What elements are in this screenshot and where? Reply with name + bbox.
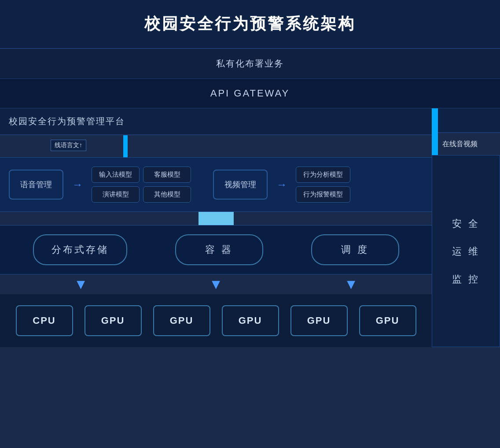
video-model-0: 行为分析模型 bbox=[296, 167, 350, 183]
hardware-gpu-1: GPU bbox=[153, 305, 210, 336]
security-text: 安 全 运 维 监 控 bbox=[452, 211, 479, 291]
online-video-bar-2 bbox=[432, 133, 438, 155]
security-line-0: 安 全 bbox=[452, 211, 479, 236]
platform-right bbox=[432, 108, 500, 133]
hardware-gpu-4: GPU bbox=[359, 305, 416, 336]
hardware-gpu-3: GPU bbox=[290, 305, 348, 336]
private-label: 私有化布署业务 bbox=[216, 59, 284, 68]
hardware-gpu-0: GPU bbox=[85, 305, 142, 336]
security-panel: 安 全 运 维 监 控 bbox=[432, 155, 500, 347]
infra-item-2: 调 度 bbox=[311, 234, 399, 265]
voice-arrow: → bbox=[72, 178, 83, 191]
video-model-1: 行为报警模型 bbox=[296, 186, 350, 203]
voice-model-0: 输入法模型 bbox=[92, 167, 140, 183]
infra-section: 分布式存储 容 器 调 度 bbox=[0, 225, 432, 274]
voice-model-3: 其他模型 bbox=[143, 186, 191, 203]
models-section: 语音管理 → 输入法模型 客服模型 演讲模型 其他模型 视频管理 → 行为分 bbox=[0, 157, 432, 212]
security-line-2: 监 控 bbox=[452, 267, 479, 291]
video-models-grid: 行为分析模型 行为报警模型 bbox=[296, 167, 350, 203]
down-arrow-2: ▼ bbox=[344, 276, 358, 292]
voice-connector-bar bbox=[123, 135, 128, 157]
center-connector-bar bbox=[199, 212, 234, 225]
voice-model-1: 客服模型 bbox=[143, 167, 191, 183]
api-bar: API GATEWAY bbox=[0, 79, 500, 108]
left-content: 校园安全行为预警管理平台 线语言文↑ 语音管理 → 输入法模型 客服模型 bbox=[0, 108, 432, 347]
hardware-gpu-2: GPU bbox=[222, 305, 279, 336]
main-wrapper: 校园安全行为预警系统架构 私有化布署业务 API GATEWAY 校园安全行为预… bbox=[0, 0, 500, 347]
middle-section: 校园安全行为预警管理平台 线语言文↑ 语音管理 → 输入法模型 客服模型 bbox=[0, 108, 500, 347]
down-arrow-0: ▼ bbox=[74, 276, 88, 292]
online-video-row: 在线音视频 bbox=[432, 133, 500, 155]
title-bar: 校园安全行为预警系统架构 bbox=[0, 0, 500, 49]
api-label: API GATEWAY bbox=[210, 88, 290, 99]
hardware-section: CPU GPU GPU GPU GPU GPU bbox=[0, 294, 432, 347]
online-video-bar bbox=[432, 108, 438, 133]
platform-bar: 校园安全行为预警管理平台 bbox=[0, 108, 432, 135]
hardware-cpu: CPU bbox=[16, 305, 73, 336]
arrows-row: ▼ ▼ ▼ bbox=[0, 274, 432, 294]
platform-label: 校园安全行为预警管理平台 bbox=[9, 116, 125, 126]
down-arrow-1: ▼ bbox=[209, 276, 223, 292]
center-connector bbox=[0, 212, 432, 225]
online-video-label: 在线音视频 bbox=[438, 140, 478, 149]
infra-item-1: 容 器 bbox=[175, 234, 263, 265]
platform-row: 校园安全行为预警管理平台 bbox=[0, 108, 432, 135]
voice-connector-label: 线语言文↑ bbox=[51, 140, 86, 151]
page-title: 校园安全行为预警系统架构 bbox=[9, 13, 491, 35]
voice-management: 语音管理 bbox=[9, 170, 63, 200]
video-management: 视频管理 bbox=[213, 170, 268, 200]
private-bar: 私有化布署业务 bbox=[0, 49, 500, 79]
video-arrow: → bbox=[276, 178, 287, 191]
voice-model-2: 演讲模型 bbox=[92, 186, 140, 203]
right-sidebar: 在线音视频 安 全 运 维 监 控 bbox=[432, 108, 500, 347]
connector-area: 线语言文↑ bbox=[0, 135, 432, 157]
infra-item-0: 分布式存储 bbox=[33, 234, 127, 265]
voice-models-grid: 输入法模型 客服模型 演讲模型 其他模型 bbox=[92, 167, 191, 203]
security-line-1: 运 维 bbox=[452, 239, 479, 263]
